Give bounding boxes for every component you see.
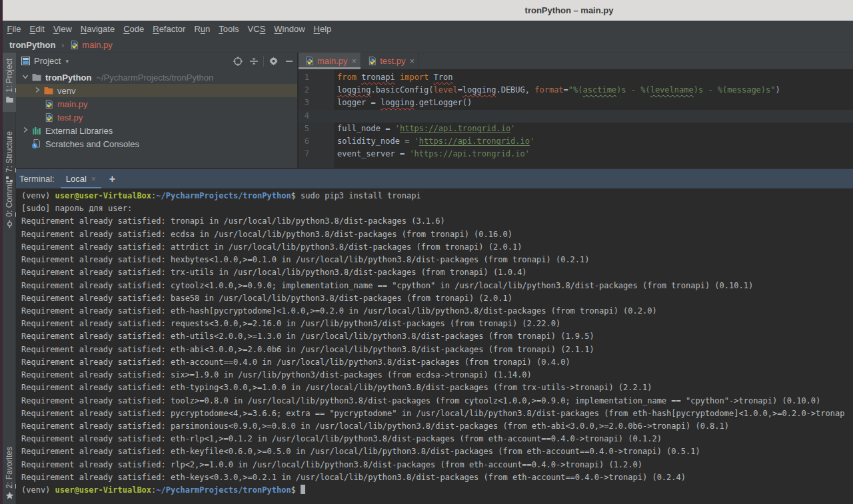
breadcrumb: tronPython › main.py	[3, 38, 853, 53]
menu-file[interactable]: File	[3, 21, 25, 38]
tree-item-label: test.py	[57, 113, 83, 123]
menu-window[interactable]: Window	[270, 21, 309, 38]
terminal-line: Requirement already satisfied: rlp<2,>=1…	[21, 459, 853, 471]
terminal-tool-window: Terminal: Local × + (venv) user@user-Vir…	[16, 168, 853, 504]
code-line-6: solidity_node = 'https://api.trongrid.io…	[337, 135, 534, 148]
editor-tab-test-py[interactable]: test.py×	[361, 53, 419, 69]
project-tool-window: Project ▾ tronPython~/PycharmProjects/tr…	[16, 53, 298, 168]
editor-body[interactable]: 1234567 from tronapi import Tronlogging.…	[299, 69, 853, 168]
tree-item-label: tronPython	[45, 73, 91, 83]
close-icon[interactable]: ×	[352, 57, 357, 65]
editor-area: main.py×test.py× 1234567 from tronapi im…	[299, 53, 853, 168]
tool-window-label: 7: Structure	[5, 131, 14, 172]
tree-item-scratches-and-consoles[interactable]: Scratches and Consoles	[16, 137, 297, 150]
terminal-line: Requirement already satisfied: six>=1.9.…	[21, 369, 853, 381]
breadcrumb-file[interactable]: main.py	[82, 40, 113, 50]
tree-item-path: ~/PycharmProjects/tronPython	[96, 73, 213, 83]
code-line-5: full_node = 'https://api.trongrid.io'	[337, 123, 515, 135]
tree-item-label: External Libraries	[45, 126, 113, 136]
line-number: 3	[299, 97, 335, 109]
menu-code[interactable]: Code	[119, 21, 149, 38]
terminal-line: (venv) user@user-VirtualBox:~/PycharmPro…	[21, 484, 853, 497]
project-panel-title[interactable]: Project	[34, 56, 61, 66]
tool-window-label: 1: Project	[5, 59, 14, 93]
star-icon	[5, 491, 14, 500]
tree-item-venv[interactable]: venv	[16, 84, 297, 97]
desktop-edge	[0, 0, 3, 504]
line-number: 4	[299, 110, 335, 123]
line-number: 1	[299, 71, 335, 84]
line-number: 7	[299, 148, 335, 160]
terminal-line: [sudo] пароль для user:	[21, 202, 853, 215]
tree-item-tronpython[interactable]: tronPython~/PycharmProjects/tronPython	[16, 71, 297, 84]
menu-navigate[interactable]: Navigate	[76, 21, 119, 38]
tree-item-external-libraries[interactable]: External Libraries	[16, 124, 297, 137]
terminal-line: Requirement already satisfied: cytoolz<1…	[21, 280, 853, 292]
tool-window-button-commit[interactable]: 0: Commit	[3, 174, 16, 234]
terminal-tab-name[interactable]: Local	[66, 174, 87, 184]
terminal-tab-local[interactable]: Local ×	[61, 169, 101, 189]
python-icon	[44, 99, 54, 109]
chevron-right-icon[interactable]	[21, 126, 29, 134]
menu-vcs[interactable]: VCS	[243, 21, 270, 38]
project-panel-actions	[230, 53, 297, 69]
terminal-line: Requirement already satisfied: pycryptod…	[21, 407, 853, 420]
line-number: 6	[299, 135, 335, 148]
tab-label: test.py	[380, 56, 405, 66]
code-line-2: logging.basicConfig(level=logging.DEBUG,…	[337, 84, 780, 97]
tree-item-main-py[interactable]: main.py	[16, 97, 297, 111]
menu-run[interactable]: Run	[190, 21, 215, 38]
menu-bar: FileEditViewNavigateCodeRefactorRunTools…	[3, 21, 853, 38]
project-panel-header: Project ▾	[16, 53, 297, 69]
tree-item-label: Scratches and Consoles	[45, 139, 139, 149]
python-icon	[69, 40, 79, 51]
collapse-all-icon[interactable]	[246, 53, 262, 69]
breadcrumb-project[interactable]: tronPython	[9, 40, 55, 50]
terminal-label: Terminal:	[19, 174, 55, 184]
tree-item-test-py[interactable]: test.py	[16, 111, 297, 124]
close-icon[interactable]: ×	[409, 57, 415, 65]
tree-item-label: venv	[57, 86, 75, 96]
chevron-down-icon[interactable]	[21, 73, 29, 81]
tool-window-label: 0: Commit	[5, 180, 14, 217]
menu-view[interactable]: View	[49, 21, 76, 38]
terminal-line: Requirement already satisfied: requests<…	[21, 318, 853, 330]
folder-excluded-icon	[43, 85, 54, 96]
terminal-output[interactable]: (venv) user@user-VirtualBox:~/PycharmPro…	[16, 188, 853, 504]
menu-tools[interactable]: Tools	[215, 21, 243, 38]
project-tool-icon	[5, 95, 14, 104]
chevron-down-icon[interactable]: ▾	[65, 58, 69, 65]
menu-refactor[interactable]: Refactor	[149, 21, 190, 38]
library-icon	[31, 125, 42, 136]
terminal-line: Requirement already satisfied: eth-rlp<1…	[21, 433, 853, 445]
menu-help[interactable]: Help	[309, 21, 336, 38]
tool-window-button-project[interactable]: 1: Project	[3, 53, 16, 112]
editor-tab-main-py[interactable]: main.py×	[299, 53, 361, 69]
tool-window-bar: 1: Project7: Structure0: Commit2: Favori…	[3, 53, 16, 504]
python-icon	[44, 113, 54, 123]
new-terminal-button[interactable]: +	[109, 173, 115, 185]
toolbar-separator	[263, 56, 264, 67]
tool-window-button-favorites[interactable]: 2: Favorites	[3, 441, 16, 503]
tool-window-label: 2: Favorites	[5, 447, 14, 489]
chevron-right-icon[interactable]	[33, 87, 41, 95]
line-number: 5	[299, 123, 335, 135]
gear-icon[interactable]	[265, 53, 281, 69]
hide-icon[interactable]	[281, 53, 297, 69]
title-bar: tronPython – main.py	[3, 0, 853, 21]
terminal-line: Requirement already satisfied: eth-keyfi…	[21, 445, 853, 458]
locate-icon[interactable]	[230, 53, 246, 69]
terminal-header: Terminal: Local × +	[16, 168, 853, 188]
terminal-cursor	[301, 485, 305, 494]
close-icon[interactable]: ×	[91, 174, 96, 184]
tree-item-label: main.py	[57, 99, 88, 109]
menu-edit[interactable]: Edit	[25, 21, 49, 38]
terminal-line: Requirement already satisfied: eth-hash[…	[21, 305, 853, 318]
tab-label: main.py	[317, 56, 348, 66]
project-view-icon	[21, 57, 30, 65]
project-tree: tronPython~/PycharmProjects/tronPythonve…	[16, 69, 297, 150]
code-line-1: from tronapi import Tron	[337, 71, 452, 84]
code-line-7: event_server = 'https://api.trongrid.io'	[337, 148, 530, 160]
python-icon	[367, 56, 377, 66]
tool-window-button-structure[interactable]: 7: Structure	[3, 125, 16, 177]
